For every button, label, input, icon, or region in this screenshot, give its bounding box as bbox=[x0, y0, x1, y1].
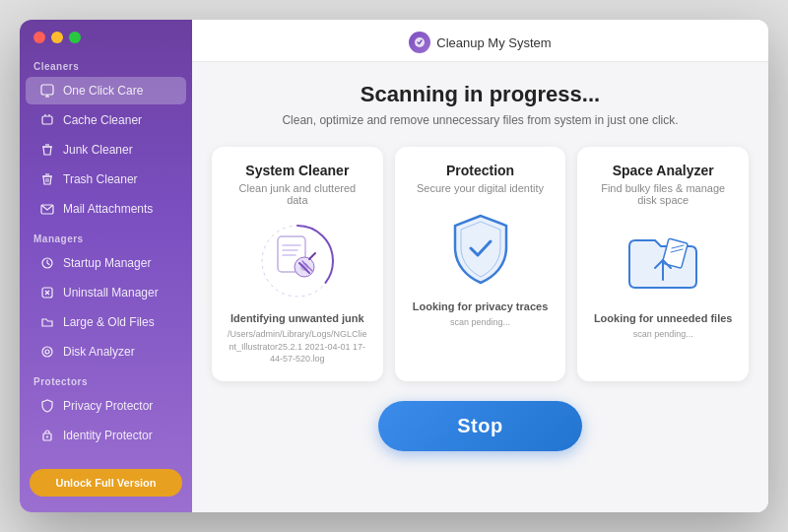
system-cleaner-detail: /Users/admin/Library/Logs/NGLClient_Illu… bbox=[228, 328, 367, 366]
maximize-button[interactable] bbox=[69, 32, 81, 43]
sidebar-item-one-click-care-label: One Click Care bbox=[63, 84, 143, 98]
startup-manager-icon bbox=[39, 255, 55, 271]
system-cleaner-card: System Cleaner Clean junk and cluttered … bbox=[212, 147, 383, 381]
cards-row: System Cleaner Clean junk and cluttered … bbox=[212, 147, 749, 381]
privacy-protector-icon bbox=[39, 398, 55, 414]
svg-point-20 bbox=[46, 436, 48, 438]
trash-cleaner-icon bbox=[39, 171, 55, 187]
sidebar: Cleaners One Click Care Cache Cleaner bbox=[20, 20, 192, 512]
sidebar-item-trash-cleaner-label: Trash Cleaner bbox=[63, 172, 138, 186]
sidebar-item-mail-attachments-label: Mail Attachments bbox=[63, 202, 153, 216]
system-cleaner-subtitle: Clean junk and cluttered data bbox=[228, 182, 367, 206]
topbar: Cleanup My System bbox=[192, 20, 768, 62]
sidebar-item-startup-manager[interactable]: Startup Manager bbox=[26, 249, 186, 277]
close-button[interactable] bbox=[33, 32, 45, 43]
unlock-full-version-button[interactable]: Unlock Full Version bbox=[30, 469, 182, 497]
svg-point-18 bbox=[45, 350, 49, 354]
svg-point-17 bbox=[42, 347, 52, 357]
sidebar-item-uninstall-manager[interactable]: Uninstall Manager bbox=[26, 279, 186, 306]
sidebar-item-uninstall-manager-label: Uninstall Manager bbox=[63, 286, 159, 299]
sidebar-item-privacy-protector-label: Privacy Protector bbox=[63, 399, 153, 413]
sidebar-item-mail-attachments[interactable]: Mail Attachments bbox=[26, 195, 186, 223]
space-analyzer-detail: scan pending... bbox=[633, 328, 693, 341]
svg-line-30 bbox=[309, 253, 315, 259]
main-content: Cleanup My System Scanning in progress..… bbox=[192, 20, 768, 512]
protection-subtitle: Secure your digital identity bbox=[417, 182, 544, 194]
app-title: Cleanup My System bbox=[436, 35, 551, 50]
sidebar-item-disk-analyzer[interactable]: Disk Analyzer bbox=[26, 338, 186, 366]
sidebar-item-trash-cleaner[interactable]: Trash Cleaner bbox=[26, 166, 186, 193]
space-analyzer-card: Space Analyzer Find bulky files & manage… bbox=[577, 147, 749, 381]
app-icon bbox=[409, 32, 430, 53]
app-window: Cleaners One Click Care Cache Cleaner bbox=[20, 20, 768, 512]
svg-rect-3 bbox=[42, 116, 52, 124]
sidebar-item-junk-cleaner-label: Junk Cleaner bbox=[63, 143, 133, 157]
section-protectors-label: Protectors bbox=[20, 366, 192, 391]
protection-visual bbox=[441, 210, 520, 289]
uninstall-manager-icon bbox=[39, 285, 55, 300]
protection-card: Protection Secure your digital identity … bbox=[395, 147, 566, 381]
traffic-lights bbox=[20, 20, 192, 51]
sidebar-item-cache-cleaner-label: Cache Cleaner bbox=[63, 113, 142, 127]
sidebar-item-privacy-protector[interactable]: Privacy Protector bbox=[26, 392, 186, 420]
mail-attachments-icon bbox=[39, 201, 55, 217]
one-click-care-icon bbox=[39, 83, 55, 99]
stop-button[interactable]: Stop bbox=[378, 401, 581, 451]
sidebar-item-large-old-files-label: Large & Old Files bbox=[63, 315, 155, 329]
scan-subtitle: Clean, optimize and remove unnecessary f… bbox=[282, 113, 678, 127]
protection-detail: scan pending... bbox=[450, 316, 510, 329]
large-old-files-icon bbox=[39, 314, 55, 330]
sidebar-item-identity-protector-label: Identity Protector bbox=[63, 429, 153, 442]
content-area: Scanning in progress... Clean, optimize … bbox=[192, 62, 768, 512]
svg-point-29 bbox=[300, 263, 308, 271]
sidebar-item-junk-cleaner[interactable]: Junk Cleaner bbox=[26, 136, 186, 164]
protection-status: Looking for privacy traces bbox=[413, 300, 549, 312]
disk-analyzer-icon bbox=[39, 344, 55, 360]
scan-title: Scanning in progress... bbox=[361, 82, 600, 107]
section-managers-label: Managers bbox=[20, 224, 192, 248]
sidebar-item-large-old-files[interactable]: Large & Old Files bbox=[26, 308, 186, 336]
system-cleaner-title: System Cleaner bbox=[245, 163, 349, 178]
minimize-button[interactable] bbox=[51, 32, 63, 43]
space-analyzer-title: Space Analyzer bbox=[613, 163, 714, 178]
system-cleaner-visual bbox=[258, 222, 337, 300]
sidebar-item-cache-cleaner[interactable]: Cache Cleaner bbox=[26, 106, 186, 134]
sidebar-item-startup-manager-label: Startup Manager bbox=[63, 256, 151, 270]
cache-cleaner-icon bbox=[39, 112, 55, 128]
sidebar-item-one-click-care[interactable]: One Click Care bbox=[26, 77, 186, 104]
junk-cleaner-icon bbox=[39, 142, 55, 158]
sidebar-item-identity-protector[interactable]: Identity Protector bbox=[26, 422, 186, 449]
sidebar-item-disk-analyzer-label: Disk Analyzer bbox=[63, 345, 135, 359]
section-cleaners-label: Cleaners bbox=[20, 51, 192, 76]
space-analyzer-visual bbox=[624, 222, 702, 300]
space-analyzer-status: Looking for unneeded files bbox=[594, 312, 733, 324]
system-cleaner-status: Identifying unwanted junk bbox=[230, 312, 364, 324]
identity-protector-icon bbox=[39, 428, 55, 443]
space-analyzer-subtitle: Find bulky files & manage disk space bbox=[593, 182, 733, 206]
protection-title: Protection bbox=[446, 163, 514, 178]
svg-rect-0 bbox=[41, 85, 53, 95]
